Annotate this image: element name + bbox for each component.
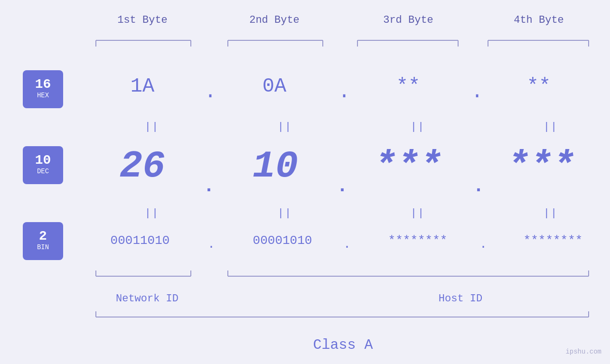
eq-hex-dec-2: || <box>266 121 304 133</box>
bin-badge-number: 2 <box>39 230 47 243</box>
host-id-label: Host ID <box>332 293 589 305</box>
eq-dec-bin-4: || <box>532 207 570 219</box>
dec-value-4: *** <box>479 145 603 188</box>
hex-value-4: ** <box>487 75 591 98</box>
branding: ipshu.com <box>565 348 601 355</box>
dec-value-2: 10 <box>214 145 337 188</box>
bin-value-4: ******** <box>487 233 610 248</box>
bin-badge-label: BIN <box>37 243 49 252</box>
class-a-label: Class A <box>95 337 591 353</box>
bin-dot-1: . <box>204 237 218 252</box>
col2-header: 2nd Byte <box>227 14 322 26</box>
hex-badge-number: 16 <box>35 78 51 91</box>
bin-value-1: 00011010 <box>76 233 204 248</box>
col3-header: 3rd Byte <box>356 14 460 26</box>
bin-value-3: ******** <box>351 233 484 248</box>
dec-badge-label: DEC <box>37 167 49 177</box>
eq-dec-bin-3: || <box>399 207 437 219</box>
hex-dot-3: . <box>465 81 489 103</box>
main-container: 16 HEX 10 DEC 2 BIN 1st Byte 2nd Byte 3r… <box>0 0 610 364</box>
hex-dot-1: . <box>198 81 222 103</box>
dec-value-1: 26 <box>81 145 204 188</box>
hex-badge-label: HEX <box>37 91 49 101</box>
col4-header: 4th Byte <box>487 14 591 26</box>
hex-value-1: 1A <box>95 75 190 98</box>
hex-dot-2: . <box>332 81 356 103</box>
dec-badge-number: 10 <box>35 154 51 167</box>
eq-hex-dec-3: || <box>399 121 437 133</box>
dec-value-3: *** <box>342 145 475 188</box>
bin-value-2: 00001010 <box>218 233 347 248</box>
eq-dec-bin-1: || <box>133 207 171 219</box>
bin-badge: 2 BIN <box>23 222 63 260</box>
network-id-label: Network ID <box>95 293 199 305</box>
col1-header: 1st Byte <box>95 14 190 26</box>
eq-hex-dec-1: || <box>133 121 171 133</box>
eq-hex-dec-4: || <box>532 121 570 133</box>
dec-badge: 10 DEC <box>23 146 63 184</box>
hex-badge: 16 HEX <box>23 70 63 108</box>
hex-value-3: ** <box>356 75 460 98</box>
eq-dec-bin-2: || <box>266 207 304 219</box>
hex-value-2: 0A <box>227 75 322 98</box>
